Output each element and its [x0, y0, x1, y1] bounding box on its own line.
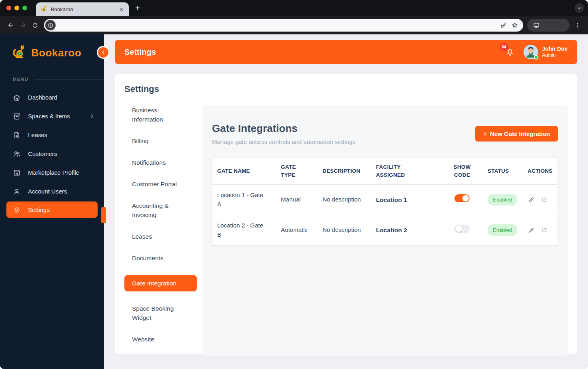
status-badge: Enabled [488, 224, 517, 236]
app-root: Bookaroo MENU Dashboard [0, 34, 588, 369]
device-icon [533, 22, 540, 29]
column-header-facility-assigned: FACILITY ASSIGNED [371, 158, 439, 185]
sidebar-item-dashboard[interactable]: Dashboard [0, 88, 104, 107]
table-row: Location 2 - Gate B Automatic No descrip… [212, 215, 558, 245]
sidebar-collapse-button[interactable] [97, 46, 110, 59]
sidebar-item-label: Dashboard [28, 93, 57, 102]
settings-body: Business Information Billing Notificatio… [124, 106, 568, 356]
bookmark-star-button[interactable] [511, 22, 518, 29]
user-role: Admin [542, 52, 568, 58]
cell-show-code [439, 185, 483, 215]
table-row: Location 1 - Gate A Manual No descriptio… [212, 185, 558, 215]
sidebar-item-marketplace-profile[interactable]: Marketplace Profile [0, 163, 104, 182]
tab-title: Bookaroo [51, 6, 114, 12]
cell-status: Enabled [483, 215, 523, 245]
subnav-item-leases[interactable]: Leases [124, 232, 202, 241]
plus-icon: + [483, 130, 487, 137]
subnav-item-space-booking-widget[interactable]: Space Booking Widget [124, 304, 202, 322]
column-header-status: STATUS [483, 158, 523, 185]
column-header-actions: ACTIONS [523, 158, 558, 185]
disable-button[interactable] [541, 196, 548, 203]
settings-active-edge [101, 207, 106, 223]
sidebar-item-label: Leases [28, 130, 47, 140]
main-content: Settings 64 [104, 34, 588, 369]
column-header-gate-type: GATE TYPE [276, 158, 318, 185]
browser-window: Bookaroo × + [0, 0, 588, 369]
menu-divider [34, 79, 104, 80]
users-icon [13, 150, 21, 158]
kangaroo-logo-icon [12, 44, 27, 62]
cell-status: Enabled [483, 185, 523, 215]
subnav-item-customer-portal[interactable]: Customer Portal [124, 180, 202, 189]
toggle-knob [456, 225, 462, 232]
subnav-item-billing[interactable]: Billing [124, 136, 202, 146]
cell-gate-name: Location 1 - Gate A [212, 185, 276, 215]
cell-gate-name: Location 2 - Gate B [212, 215, 276, 245]
sidebar-item-label: Marketplace Profile [28, 168, 79, 177]
brand-name: Bookaroo [31, 47, 81, 59]
new-tab-button[interactable]: + [135, 4, 140, 12]
menu-section: MENU [0, 77, 104, 82]
chevron-down-icon [576, 5, 582, 11]
tab-search-button[interactable] [574, 3, 584, 13]
browser-toolbar [0, 16, 588, 34]
forward-arrow-icon [19, 22, 26, 29]
subnav-item-gate-integration[interactable]: Gate Integration [124, 275, 197, 291]
subnav-item-website[interactable]: Website [124, 335, 202, 344]
sidebar-item-spaces-items[interactable]: Spaces & Items [0, 107, 104, 126]
browser-tab[interactable]: Bookaroo × [36, 2, 129, 16]
edit-button[interactable] [528, 196, 534, 203]
notifications-button[interactable]: 64 [505, 47, 515, 57]
cell-show-code [439, 215, 483, 245]
power-icon [541, 196, 548, 203]
maximize-window-button[interactable] [22, 6, 27, 10]
box-icon [13, 112, 21, 120]
page-header: Settings 64 [115, 40, 577, 64]
site-info-button[interactable] [45, 20, 56, 30]
pencil-icon [528, 196, 534, 203]
header-right: 64 [505, 45, 568, 59]
new-gate-integration-button[interactable]: + New Gate Integration [475, 126, 558, 142]
sidebar-item-settings[interactable]: Settings [6, 201, 98, 218]
show-code-toggle[interactable] [454, 225, 470, 233]
browser-profile-chip[interactable] [527, 19, 570, 32]
password-key-button[interactable] [500, 22, 507, 29]
close-window-button[interactable] [6, 6, 11, 10]
cell-gate-type: Automatic [276, 215, 318, 245]
user-menu[interactable]: John Doe Admin [524, 45, 568, 59]
sidebar-item-account-users[interactable]: Account Users [0, 182, 104, 201]
tab-close-icon[interactable]: × [118, 6, 125, 13]
sidebar-item-leases[interactable]: Leases [0, 126, 104, 144]
subnav-item-business-information[interactable]: Business Information [124, 106, 202, 124]
cell-actions [523, 185, 558, 215]
online-status-dot [534, 55, 538, 60]
cell-gate-type: Manual [276, 185, 318, 215]
home-icon [13, 94, 21, 102]
browser-menu-button[interactable] [574, 22, 581, 29]
cell-facility: Location 1 [371, 185, 439, 215]
sidebar-item-customers[interactable]: Customers [0, 144, 104, 163]
subnav-item-notifications[interactable]: Notifications [124, 158, 202, 167]
brand-logo[interactable]: Bookaroo [0, 34, 104, 62]
edit-button[interactable] [528, 227, 534, 233]
subnav-item-accounting-invoicing[interactable]: Accounting & Invoicing [124, 201, 202, 219]
back-button[interactable] [5, 19, 17, 31]
avatar [524, 45, 538, 59]
back-arrow-icon [7, 22, 14, 29]
toggle-knob [462, 195, 469, 201]
table-header-row: GATE NAME GATE TYPE DESCRIPTION FACILITY… [212, 158, 558, 185]
new-gate-integration-label: New Gate Integration [490, 130, 550, 137]
show-code-toggle[interactable] [454, 194, 470, 202]
forward-button[interactable] [17, 19, 29, 31]
disable-button[interactable] [541, 227, 548, 233]
subnav-label: Accounting & Invoicing [132, 201, 182, 219]
minimize-window-button[interactable] [14, 6, 19, 10]
refresh-button[interactable] [29, 19, 41, 31]
refresh-icon [32, 22, 38, 29]
address-bar[interactable] [44, 19, 523, 32]
gate-integrations-panel: Gate Integrations Manage gate access con… [202, 106, 568, 356]
subnav-item-documents[interactable]: Documents [124, 253, 202, 263]
user-name: John Doe [542, 46, 568, 53]
status-badge: Enabled [488, 194, 517, 206]
key-icon [500, 22, 507, 29]
